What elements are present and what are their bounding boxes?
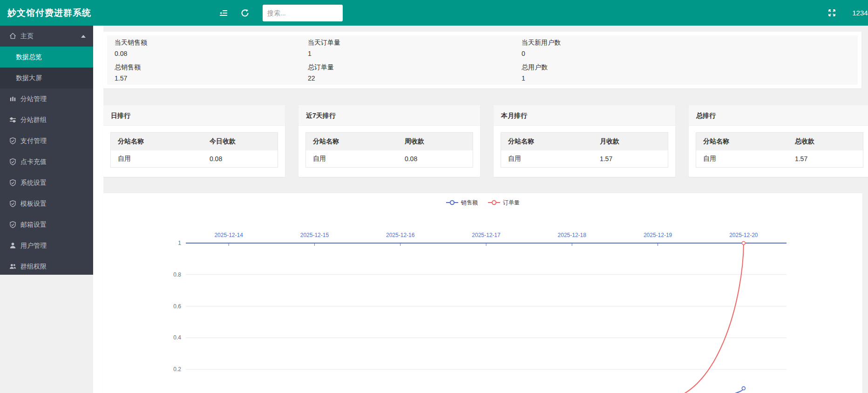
sidebar-nav: 主页数据总览数据大屏分站管理分站群组支付管理点卡充值系统设置模板设置邮箱设置用户… [0, 26, 93, 275]
home-icon [9, 33, 16, 40]
stat-value: 1 [522, 75, 850, 82]
sidebar-item-system-settings[interactable]: 系统设置 [0, 172, 93, 193]
stat-cell: 总销售额1.57 [107, 60, 300, 85]
svg-text:0.2: 0.2 [173, 366, 181, 373]
sidebar-item-label: 群组权限 [20, 263, 47, 271]
table-row: 自用1.57 [696, 150, 863, 168]
sidebar-item-label: 点卡充值 [20, 158, 47, 166]
ranking-card-0: 日排行分站名称今日收款自用0.08 [103, 105, 285, 177]
sidebar-item-label: 分站管理 [20, 95, 47, 103]
svg-text:2025-12-15: 2025-12-15 [300, 232, 329, 238]
stat-label: 总订单量 [308, 63, 507, 72]
sidebar-item-substation-management[interactable]: 分站管理 [0, 88, 93, 109]
sidebar-item-group-permissions[interactable]: 群组权限 [0, 256, 93, 277]
stat-value: 0 [522, 50, 850, 57]
sidebar-item-email-settings[interactable]: 邮箱设置 [0, 214, 93, 235]
columns-icon [9, 95, 16, 102]
table-row: 自用0.08 [111, 150, 278, 168]
legend-marker-icon [446, 200, 458, 205]
app-title: 妙文馆付费进群系统 [0, 7, 121, 19]
sidebar-item-substation-groups[interactable]: 分站群组 [0, 109, 93, 130]
stat-label: 总用户数 [522, 63, 850, 72]
current-username[interactable]: 12345 [852, 9, 868, 17]
legend-item-0[interactable]: 销售额 [446, 199, 478, 207]
chevron-up-icon [81, 35, 86, 38]
ranking-table: 分站名称今日收款自用0.08 [110, 132, 278, 168]
chart-legend: 销售额订单量 [103, 193, 862, 207]
shield-check-icon [9, 221, 16, 228]
sidebar-item-card-recharge[interactable]: 点卡充值 [0, 151, 93, 172]
shield-check-icon [9, 158, 16, 165]
svg-text:2025-12-18: 2025-12-18 [558, 232, 587, 238]
sidebar-subitem-data-screen[interactable]: 数据大屏 [0, 68, 93, 88]
sidebar-item-user-management[interactable]: 用户管理 [0, 235, 93, 256]
sidebar-item-label: 系统设置 [20, 179, 47, 187]
stat-cell: 当天订单量1 [300, 35, 514, 60]
ranking-cards-row: 日排行分站名称今日收款自用0.08近7天排行分站名称周收款自用0.08本月排行分… [103, 105, 868, 177]
sidebar-item-label: 模板设置 [20, 200, 47, 208]
stat-value: 0.08 [115, 50, 293, 57]
stats-panel: 当天销售额0.08当天订单量1当天新用户数0总销售额1.57总订单量22总用户数… [103, 32, 861, 88]
line-chart: 00.20.40.60.812025-12-142025-12-152025-1… [103, 207, 862, 393]
table-header-row: 分站名称月收款 [501, 133, 668, 150]
table-row: 自用0.08 [306, 150, 473, 168]
sidebar-item-label: 主页 [20, 32, 34, 41]
ranking-table: 分站名称月收款自用1.57 [501, 132, 668, 168]
svg-text:2025-12-20: 2025-12-20 [729, 232, 758, 238]
sidebar-item-label: 用户管理 [20, 242, 47, 250]
stat-label: 当天新用户数 [522, 39, 850, 47]
sidebar-item-payment-management[interactable]: 支付管理 [0, 130, 93, 151]
sidebar-item-label: 分站群组 [20, 116, 47, 124]
legend-label: 销售额 [461, 199, 478, 207]
svg-text:2025-12-16: 2025-12-16 [386, 232, 415, 238]
svg-text:0.6: 0.6 [173, 303, 181, 310]
main-gutter [93, 26, 103, 393]
ranking-card-title: 日排行 [103, 105, 285, 126]
fullscreen-icon[interactable] [822, 4, 841, 22]
svg-text:2025-12-14: 2025-12-14 [214, 232, 243, 238]
stat-label: 总销售额 [115, 63, 293, 72]
sidebar-item-template-settings[interactable]: 模板设置 [0, 193, 93, 214]
collapse-menu-icon[interactable] [214, 4, 233, 22]
top-header: 妙文馆付费进群系统 12345 [0, 0, 868, 26]
stat-cell: 当天新用户数0 [514, 35, 858, 60]
sidebar-item-label: 邮箱设置 [20, 221, 47, 229]
sidebar-subitem-label: 数据总览 [16, 53, 42, 61]
user-icon [9, 242, 16, 249]
stat-cell: 总用户数1 [514, 60, 858, 85]
stat-label: 当天销售额 [115, 39, 293, 47]
legend-label: 订单量 [503, 199, 520, 207]
legend-item-1[interactable]: 订单量 [488, 199, 520, 207]
ranking-card-title: 本月排行 [494, 105, 675, 126]
sales-orders-chart-card: 销售额订单量 00.20.40.60.812025-12-142025-12-1… [103, 193, 862, 393]
stat-label: 当天订单量 [308, 39, 507, 47]
sidebar-item-label: 支付管理 [20, 137, 47, 145]
stat-cell: 总订单量22 [300, 60, 514, 85]
ranking-card-3: 总排行分站名称总收款自用1.57 [689, 105, 868, 177]
sidebar-subitem-data-overview[interactable]: 数据总览 [0, 47, 93, 68]
search-input[interactable] [263, 5, 343, 21]
ranking-card-title: 近7天排行 [298, 105, 480, 126]
svg-text:2025-12-17: 2025-12-17 [472, 232, 501, 238]
ranking-card-title: 总排行 [689, 105, 868, 126]
ranking-card-1: 近7天排行分站名称周收款自用0.08 [298, 105, 480, 177]
ranking-table: 分站名称总收款自用1.57 [696, 132, 863, 168]
sidebar-item-home[interactable]: 主页 [0, 26, 93, 47]
main-content: 当天销售额0.08当天订单量1当天新用户数0总销售额1.57总订单量22总用户数… [103, 26, 868, 393]
ranking-table: 分站名称周收款自用0.08 [305, 132, 473, 168]
shield-check-icon [9, 137, 16, 144]
ranking-card-2: 本月排行分站名称月收款自用1.57 [494, 105, 675, 177]
refresh-icon[interactable] [236, 4, 254, 22]
stat-value: 1 [308, 50, 507, 57]
table-header-row: 分站名称今日收款 [111, 133, 278, 150]
svg-text:0.4: 0.4 [173, 334, 181, 341]
table-header-row: 分站名称总收款 [696, 133, 863, 150]
svg-text:2025-12-19: 2025-12-19 [644, 232, 672, 238]
stat-value: 1.57 [115, 75, 293, 82]
sidebar-subitem-label: 数据大屏 [16, 74, 42, 82]
stat-value: 22 [308, 75, 507, 82]
sliders-icon [9, 116, 16, 123]
legend-marker-icon [488, 200, 500, 205]
shield-check-icon [9, 200, 16, 207]
users-icon [9, 263, 16, 270]
